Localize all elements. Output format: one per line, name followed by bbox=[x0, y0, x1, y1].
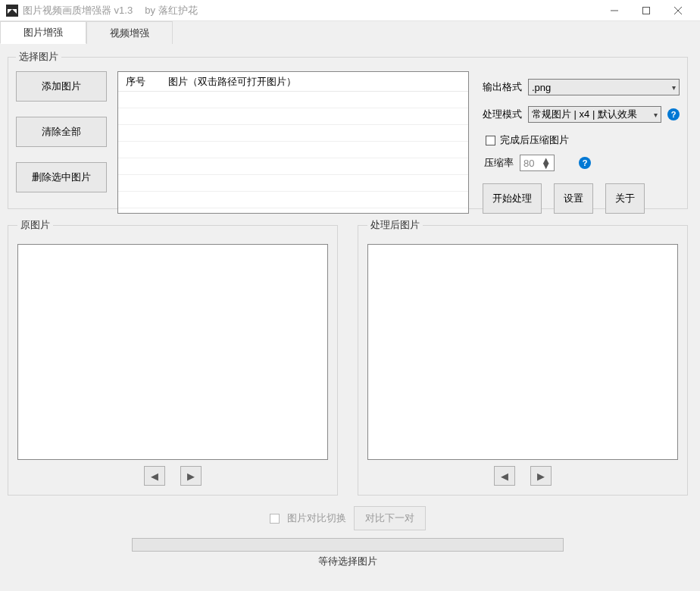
select-image-legend: 选择图片 bbox=[16, 50, 61, 64]
table-row bbox=[118, 158, 468, 175]
about-button[interactable]: 关于 bbox=[605, 183, 645, 214]
table-row bbox=[118, 92, 468, 108]
process-mode-select[interactable]: 常规图片 | x4 | 默认效果 ▾ bbox=[528, 106, 661, 123]
column-index: 序号 bbox=[118, 75, 161, 89]
tab-video-enhance[interactable]: 视频增强 bbox=[86, 21, 173, 44]
app-title: 图片视频画质增强器 v1.3 bbox=[23, 4, 133, 17]
processed-preview-legend: 处理后图片 bbox=[367, 218, 423, 232]
compress-after-checkbox[interactable] bbox=[486, 136, 495, 145]
tab-image-enhance[interactable]: 图片增强 bbox=[0, 21, 86, 44]
settings-button[interactable]: 设置 bbox=[554, 183, 593, 214]
help-icon[interactable]: ? bbox=[667, 108, 680, 120]
compare-toggle-checkbox[interactable] bbox=[270, 514, 280, 524]
file-buttons-column: 添加图片 清除全部 删除选中图片 bbox=[16, 71, 107, 201]
compare-toggle-label: 图片对比切换 bbox=[287, 511, 346, 525]
original-preview-group: 原图片 ◀ ▶ bbox=[8, 218, 338, 496]
clear-all-button[interactable]: 清除全部 bbox=[16, 117, 107, 147]
table-header: 序号 图片（双击路径可打开图片） bbox=[118, 72, 468, 92]
chevron-down-icon: ▾ bbox=[654, 111, 658, 119]
original-next-button[interactable]: ▶ bbox=[180, 466, 202, 486]
table-row bbox=[118, 125, 468, 142]
process-mode-value: 常规图片 | x4 | 默认效果 bbox=[532, 108, 637, 121]
table-row bbox=[118, 108, 468, 125]
table-row bbox=[118, 142, 468, 158]
original-prev-button[interactable]: ◀ bbox=[144, 466, 165, 486]
status-text: 等待选择图片 bbox=[8, 555, 688, 568]
compare-next-pair-button[interactable]: 对比下一对 bbox=[354, 506, 426, 530]
app-icon bbox=[6, 5, 18, 17]
compress-rate-label: 压缩率 bbox=[484, 156, 514, 170]
processed-next-button[interactable]: ▶ bbox=[530, 466, 552, 486]
add-image-button[interactable]: 添加图片 bbox=[16, 71, 107, 102]
process-mode-label: 处理模式 bbox=[483, 108, 522, 121]
compress-rate-value: 80 bbox=[523, 158, 534, 169]
output-format-select[interactable]: .png ▾ bbox=[528, 79, 680, 95]
settings-column: 输出格式 .png ▾ 处理模式 常规图片 | x4 | 默认效果 ▾ ? 完成… bbox=[483, 71, 680, 201]
start-process-button[interactable]: 开始处理 bbox=[483, 183, 542, 214]
table-row bbox=[118, 175, 468, 192]
maximize-button[interactable] bbox=[630, 0, 662, 21]
compress-after-label: 完成后压缩图片 bbox=[500, 133, 569, 147]
chevron-down-icon: ▾ bbox=[672, 83, 676, 92]
spinner-icon[interactable]: ▲▼ bbox=[541, 158, 551, 168]
processed-prev-button[interactable]: ◀ bbox=[494, 466, 515, 486]
output-format-value: .png bbox=[532, 82, 551, 93]
main-content: 选择图片 添加图片 清除全部 删除选中图片 序号 图片（双击路径可打开图片） bbox=[0, 44, 700, 591]
processed-preview-group: 处理后图片 ◀ ▶ bbox=[358, 218, 688, 496]
delete-selected-button[interactable]: 删除选中图片 bbox=[16, 162, 107, 192]
preview-row: 原图片 ◀ ▶ 处理后图片 ◀ ▶ bbox=[8, 218, 688, 496]
column-image: 图片（双击路径可打开图片） bbox=[161, 75, 304, 89]
original-image-box bbox=[17, 244, 328, 460]
progress-bar bbox=[132, 538, 564, 552]
compare-row: 图片对比切换 对比下一对 bbox=[8, 506, 688, 530]
minimize-button[interactable] bbox=[598, 0, 630, 21]
close-button[interactable] bbox=[662, 0, 694, 21]
title-bar: 图片视频画质增强器 v1.3 by 落红护花 bbox=[0, 0, 700, 21]
help-icon[interactable]: ? bbox=[579, 157, 591, 169]
compress-rate-input[interactable]: 80 ▲▼ bbox=[520, 155, 555, 171]
select-image-group: 选择图片 添加图片 清除全部 删除选中图片 序号 图片（双击路径可打开图片） bbox=[8, 50, 688, 209]
table-body bbox=[118, 92, 468, 213]
processed-image-box bbox=[367, 244, 678, 460]
image-list-table[interactable]: 序号 图片（双击路径可打开图片） bbox=[117, 71, 469, 214]
output-format-label: 输出格式 bbox=[483, 80, 522, 94]
app-author: by 落红护花 bbox=[145, 4, 197, 17]
svg-rect-1 bbox=[643, 7, 650, 14]
original-preview-legend: 原图片 bbox=[17, 218, 53, 232]
table-row bbox=[118, 192, 468, 208]
tab-bar: 图片增强 视频增强 bbox=[0, 21, 700, 44]
